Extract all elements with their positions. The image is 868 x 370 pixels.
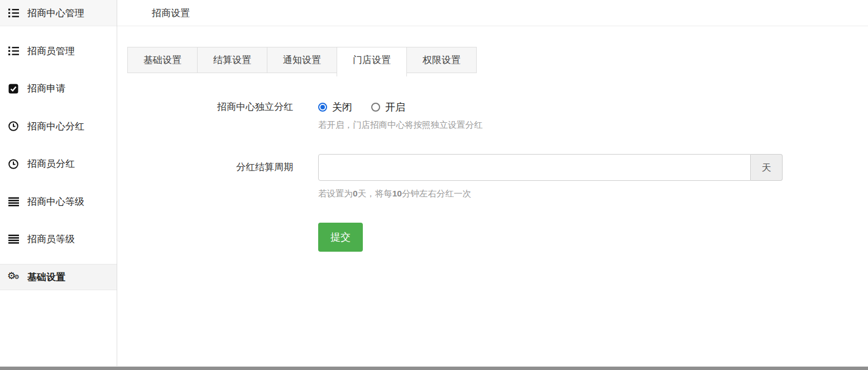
radio-selected-icon[interactable]: [318, 103, 327, 112]
sidebar-item-label: 基础设置: [27, 271, 65, 283]
unit-addon: 天: [751, 154, 783, 181]
sidebar-item-merchant-staff-management[interactable]: 招商员管理: [0, 38, 117, 64]
sidebar-item-label: 招商员管理: [27, 45, 75, 57]
page-title: 招商设置: [152, 0, 190, 26]
tab-notification-settings[interactable]: 通知设置: [267, 47, 337, 73]
form-row-independent-dividend: 招商中心独立分红 关闭 开启 若开启，门店招商中心将按照独立设置分红: [117, 100, 868, 131]
radio-option-close[interactable]: 关闭: [318, 100, 352, 114]
check-square-icon: [8, 84, 21, 94]
sidebar-item-merchant-center-dividend[interactable]: 招商中心分红: [0, 113, 117, 140]
radio-option-label: 关闭: [332, 100, 352, 114]
independent-dividend-radio-group: 关闭 开启: [318, 100, 483, 114]
settlement-cycle-input-group: 天: [318, 154, 783, 181]
sidebar-item-label: 招商员分红: [27, 157, 75, 170]
settlement-cycle-help: 若设置为0天，将每10分钟左右分红一次: [318, 188, 783, 199]
tab-basic-settings[interactable]: 基础设置: [127, 47, 198, 73]
sidebar: 招商中心管理 招商员管理 招商申请 招商中心分红: [0, 0, 117, 366]
page-header: 招商设置: [117, 0, 868, 26]
radio-option-open[interactable]: 开启: [371, 100, 405, 114]
independent-dividend-help: 若开启，门店招商中心将按照独立设置分红: [318, 119, 483, 131]
align-justify-icon: [8, 196, 21, 206]
sidebar-item-label: 招商中心等级: [27, 195, 84, 208]
tab-settlement-settings[interactable]: 结算设置: [197, 47, 267, 73]
submit-button[interactable]: 提交: [318, 223, 363, 252]
horizontal-scrollbar-track[interactable]: [0, 366, 868, 370]
store-settings-form: 招商中心独立分红 关闭 开启 若开启，门店招商中心将按照独立设置分红 分红结算周…: [117, 100, 868, 252]
sidebar-item-label: 招商中心管理: [27, 7, 84, 20]
sidebar-item-label: 招商员等级: [27, 233, 75, 246]
sidebar-item-merchant-center-management[interactable]: 招商中心管理: [0, 0, 117, 26]
settlement-cycle-input[interactable]: [318, 154, 751, 181]
sidebar-item-merchant-center-level[interactable]: 招商中心等级: [0, 189, 117, 215]
radio-unselected-icon[interactable]: [371, 103, 380, 112]
clock-icon: [8, 159, 21, 169]
sidebar-item-basic-settings[interactable]: ⚙⚙ 基础设置: [0, 264, 117, 290]
tab-permission-settings[interactable]: 权限设置: [406, 47, 477, 73]
form-row-settlement-cycle: 分红结算周期 天 若设置为0天，将每10分钟左右分红一次: [117, 154, 868, 199]
gears-icon: ⚙⚙: [8, 272, 21, 282]
settings-tabs: 基础设置 结算设置 通知设置 门店设置 权限设置: [127, 47, 868, 76]
list-icon: [8, 46, 21, 56]
sidebar-item-label: 招商中心分红: [27, 120, 84, 133]
sidebar-item-merchant-staff-level[interactable]: 招商员等级: [0, 226, 117, 252]
sidebar-item-merchant-staff-dividend[interactable]: 招商员分红: [0, 151, 117, 177]
clock-icon: [8, 121, 21, 131]
sidebar-item-merchant-application[interactable]: 招商申请: [0, 75, 117, 102]
main-content: 招商设置 基础设置 结算设置 通知设置 门店设置 权限设置 招商中心独立分红 关…: [117, 0, 868, 366]
settlement-cycle-label: 分红结算周期: [117, 154, 293, 199]
form-row-submit: 提交: [117, 223, 868, 252]
horizontal-scrollbar-thumb[interactable]: [0, 367, 868, 370]
radio-option-label: 开启: [385, 100, 405, 114]
sidebar-item-label: 招商申请: [27, 82, 65, 95]
list-icon: [8, 8, 21, 18]
align-justify-icon: [8, 234, 21, 244]
tab-store-settings[interactable]: 门店设置: [337, 47, 407, 76]
independent-dividend-label: 招商中心独立分红: [117, 100, 293, 131]
